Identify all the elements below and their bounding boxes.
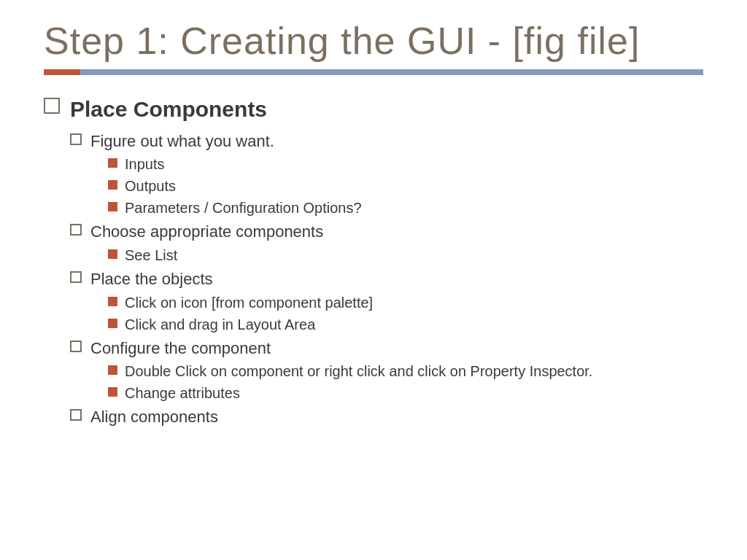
level2-item-2: Place the objects [70,268,703,290]
level3-item-0-2: Parameters / Configuration Options? [108,198,703,218]
level2-checkbox-4 [70,409,82,421]
level2-checkbox-1 [70,224,82,236]
level2-item-4: Align components [70,406,703,428]
main-item: Place Components [44,96,703,123]
level2-label-2: Place the objects [90,268,213,290]
level2-label-1: Choose appropriate components [90,221,323,243]
level2-checkbox-2 [70,271,82,283]
slide: Step 1: Creating the GUI - [fig file] Pl… [0,0,747,560]
level3-square-3-0 [108,365,117,375]
main-item-label: Place Components [70,96,267,123]
section-4: Align components [70,406,703,428]
level3-square-0-2 [108,202,117,211]
level3-list-0: Inputs Outputs Parameters / Configuratio… [108,155,703,218]
level3-text-2-0: Click on icon [from component palette] [125,293,373,313]
main-checkbox [44,98,60,114]
level3-text-1-0: See List [125,246,177,265]
level3-item-3-1: Change attributes [108,384,703,403]
level3-square-1-0 [108,249,117,259]
level2-item-1: Choose appropriate components [70,221,703,243]
level2-checkbox-3 [70,341,82,352]
level3-list-2: Click on icon [from component palette] C… [108,293,703,335]
accent-orange [44,69,80,75]
level3-text-3-1: Change attributes [125,384,240,403]
slide-title: Step 1: Creating the GUI - [fig file] [44,20,703,62]
level3-text-3-0: Double Click on component or right click… [125,362,592,381]
level2-item-0: Figure out what you want. [70,131,703,152]
section-2: Place the objects Click on icon [from co… [70,268,703,335]
level3-item-2-1: Click and drag in Layout Area [108,315,703,335]
level3-text-0-1: Outputs [125,176,176,196]
level3-list-3: Double Click on component or right click… [108,362,703,403]
level3-item-3-0: Double Click on component or right click… [108,362,703,381]
accent-blue [80,69,703,75]
level2-label-3: Configure the component [90,338,271,359]
level3-square-0-1 [108,180,117,190]
level3-item-0-0: Inputs [108,155,703,174]
level3-item-1-0: See List [108,246,703,265]
level2-label-4: Align components [90,406,218,428]
level3-square-3-1 [108,387,117,397]
level3-square-2-0 [108,297,117,306]
level2-checkbox-0 [70,133,82,145]
section-3: Configure the component Double Click on … [70,338,703,404]
level3-text-0-2: Parameters / Configuration Options? [125,198,362,218]
level3-item-2-0: Click on icon [from component palette] [108,293,703,313]
accent-bar [44,69,703,75]
level3-text-0-0: Inputs [125,155,164,174]
title-area: Step 1: Creating the GUI - [fig file] [0,0,747,75]
content-area: Place Components Figure out what you wan… [0,75,747,446]
level3-text-2-1: Click and drag in Layout Area [125,315,315,335]
section-1: Choose appropriate components See List [70,221,703,265]
section-0: Figure out what you want. Inputs Outputs… [70,131,703,219]
level3-square-2-1 [108,319,117,328]
level2-label-0: Figure out what you want. [90,131,274,152]
level3-list-1: See List [108,246,703,265]
level2-item-3: Configure the component [70,338,703,359]
level3-square-0-0 [108,158,117,168]
level3-item-0-1: Outputs [108,176,703,196]
